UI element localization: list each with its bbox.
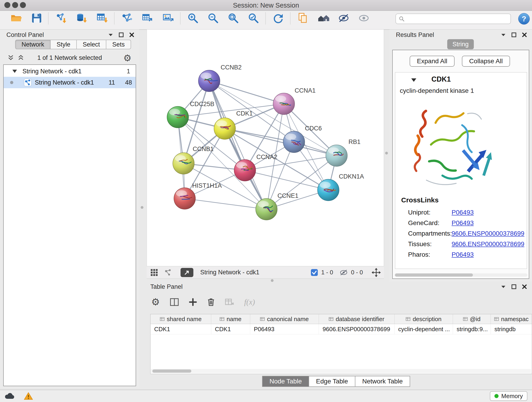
open-session-button[interactable] — [10, 12, 22, 24]
grid-view-icon[interactable] — [150, 269, 158, 276]
network-node[interactable] — [256, 198, 277, 220]
network-node[interactable] — [214, 118, 235, 139]
control-tab-sets[interactable]: Sets — [106, 40, 131, 49]
control-tab-select[interactable]: Select — [77, 40, 106, 49]
network-node[interactable] — [198, 70, 220, 92]
refresh-view-button[interactable] — [272, 12, 284, 24]
tab-node-table[interactable]: Node Table — [262, 376, 309, 387]
pan-crosshair-icon[interactable] — [372, 268, 381, 277]
table-panel-close-icon[interactable] — [521, 284, 527, 290]
zoom-out-button[interactable] — [207, 12, 219, 24]
results-panel-close-icon[interactable] — [521, 32, 527, 38]
crosslink-link[interactable]: P06493 — [452, 209, 474, 216]
network-edge[interactable] — [209, 81, 284, 104]
network-node[interactable] — [273, 93, 295, 115]
function-builder-icon[interactable]: f(x) — [244, 298, 255, 306]
table-panel-menu-icon[interactable] — [500, 284, 506, 290]
column-header-namespac[interactable]: namespac — [491, 314, 532, 324]
tab-string[interactable]: String — [447, 39, 474, 49]
network-collection-row[interactable]: String Network - cdk1 1 — [4, 66, 136, 77]
table-cell[interactable]: stringdb:9... — [453, 324, 491, 334]
table-cell[interactable]: CDK1 — [211, 324, 250, 334]
network-node[interactable] — [326, 145, 347, 166]
control-tab-network[interactable]: Network — [15, 40, 51, 49]
selected-checkbox-icon[interactable] — [311, 269, 318, 276]
table-panel-float-icon[interactable] — [511, 284, 517, 290]
collapse-all-button[interactable]: Collapse All — [462, 56, 510, 67]
network-node[interactable] — [167, 106, 189, 128]
table-settings-gear-icon[interactable]: ⚙ — [151, 296, 160, 308]
import-network-from-database-button[interactable] — [76, 12, 88, 24]
control-tab-style[interactable]: Style — [51, 40, 77, 49]
network-node[interactable] — [173, 153, 194, 174]
control-panel-float-icon[interactable] — [118, 32, 124, 38]
export-image-button[interactable] — [162, 12, 174, 24]
search-input[interactable] — [407, 15, 508, 23]
network-node[interactable] — [174, 188, 196, 209]
table-cell[interactable]: stringdb — [491, 324, 532, 334]
hidden-eye-slash-icon[interactable] — [340, 269, 348, 276]
network-graph[interactable]: CCNB2CCNA1CDC25BCDK1CDC6RB1CCNB1CCNA2CDK… — [147, 30, 384, 266]
network-node[interactable] — [234, 160, 256, 181]
table-scrollbar-thumb[interactable] — [152, 370, 191, 373]
network-node[interactable] — [317, 179, 339, 201]
tab-network-table[interactable]: Network Table — [355, 376, 410, 387]
network-edge[interactable] — [209, 81, 266, 209]
warning-icon[interactable] — [24, 392, 33, 400]
show-all-button[interactable] — [358, 12, 370, 24]
copy-document-button[interactable] — [297, 12, 309, 24]
results-panel-float-icon[interactable] — [511, 32, 517, 38]
column-header-canonical-name[interactable]: canonical name — [250, 314, 319, 324]
results-scrollbar-thumb[interactable] — [395, 274, 473, 277]
network-view[interactable]: CCNB2CCNA1CDC25BCDK1CDC6RB1CCNB1CCNA2CDK… — [147, 30, 384, 266]
delete-trash-icon[interactable] — [207, 298, 215, 306]
import-network-from-file-button[interactable] — [55, 12, 67, 24]
control-panel-menu-icon[interactable] — [108, 32, 114, 38]
network-status-dot — [10, 81, 13, 84]
crosslink-link[interactable]: P06493 — [452, 219, 474, 227]
table-cell[interactable]: CDK1 — [151, 324, 211, 334]
zoom-fit-button[interactable] — [227, 12, 239, 24]
network-edge[interactable] — [185, 198, 266, 209]
horizontal-splitter[interactable] — [271, 279, 273, 282]
new-network-button[interactable] — [121, 12, 133, 24]
tab-edge-table[interactable]: Edge Table — [309, 376, 355, 387]
network-edge[interactable] — [245, 170, 328, 190]
show-columns-icon[interactable] — [170, 298, 179, 306]
import-table-from-file-button[interactable] — [96, 12, 108, 24]
expand-all-button[interactable]: Expand All — [410, 56, 455, 67]
column-header-shared-name[interactable]: shared name — [151, 314, 211, 324]
save-session-button[interactable] — [31, 12, 43, 24]
crosslink-link[interactable]: 9606.ENSP00000378699 — [452, 230, 525, 237]
zoom-in-button[interactable] — [187, 12, 199, 24]
network-options-gear-icon[interactable]: ⚙ — [123, 52, 132, 64]
table-cell[interactable]: 9606.ENSP00000378699 — [319, 324, 394, 334]
table-cell[interactable]: cyclin-dependent ... — [394, 324, 453, 334]
memory-button[interactable]: Memory — [490, 391, 527, 401]
help-button[interactable]: ? — [518, 13, 530, 25]
column-header--id[interactable]: @id — [453, 314, 491, 324]
right-vertical-splitter[interactable] — [385, 152, 388, 154]
results-panel-menu-icon[interactable] — [500, 32, 506, 38]
left-vertical-splitter[interactable] — [141, 206, 143, 209]
column-header-name[interactable]: name — [211, 314, 250, 324]
birdseye-navigator-icon[interactable] — [164, 269, 172, 276]
column-header-database-identifier[interactable]: database identifier — [319, 314, 394, 324]
network-row[interactable]: String Network - cdk1 11 48 — [4, 77, 136, 88]
crosslink-link[interactable]: 9606.ENSP00000378699 — [452, 240, 525, 248]
collapse-entry-triangle-icon[interactable] — [411, 77, 417, 83]
cloud-status-icon[interactable] — [4, 392, 15, 400]
export-table-button[interactable] — [142, 12, 153, 24]
detach-view-button[interactable] — [181, 268, 193, 277]
zoom-selected-button[interactable] — [247, 12, 259, 24]
column-header-description[interactable]: description — [394, 314, 453, 324]
crosslink-link[interactable]: P06493 — [452, 251, 474, 258]
hide-selected-button[interactable] — [338, 12, 350, 24]
control-panel-close-icon[interactable] — [129, 32, 135, 38]
table-cell[interactable]: P06493 — [250, 324, 319, 334]
collapse-triangle-icon[interactable] — [12, 69, 17, 74]
delete-table-icon[interactable] — [225, 298, 234, 306]
network-node[interactable] — [283, 131, 305, 153]
first-neighbors-button[interactable] — [317, 12, 329, 24]
add-row-plus-icon[interactable] — [189, 298, 197, 306]
